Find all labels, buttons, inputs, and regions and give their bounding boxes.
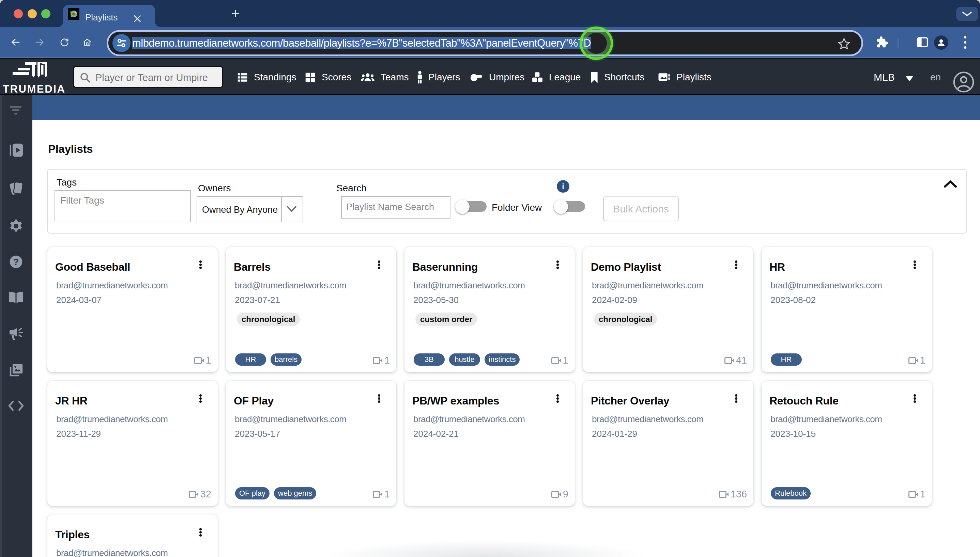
svg-text:?: ? xyxy=(13,257,19,267)
